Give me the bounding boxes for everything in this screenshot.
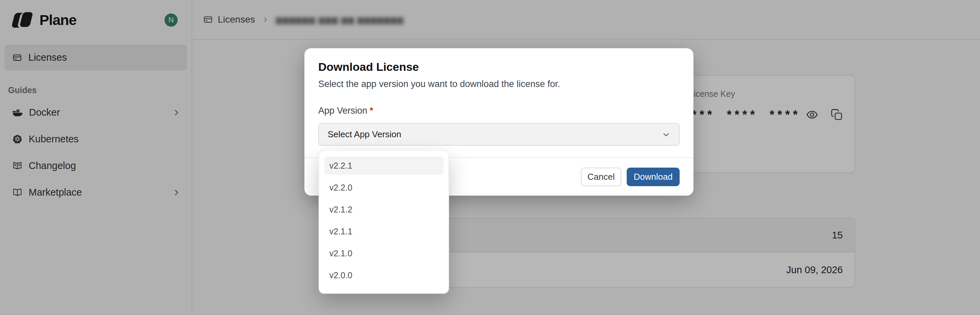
modal-title: Download License bbox=[318, 60, 419, 73]
version-option[interactable]: v2.1.1 bbox=[324, 222, 443, 240]
app-version-dropdown: v2.2.1 v2.2.0 v2.1.2 v2.1.1 v2.1.0 v2.0.… bbox=[318, 150, 449, 294]
app-root: { "brand": { "name": "Plane", "avatar_in… bbox=[0, 0, 980, 315]
chevron-down-icon bbox=[662, 130, 671, 139]
download-button[interactable]: Download bbox=[627, 168, 679, 186]
select-placeholder: Select App Version bbox=[328, 129, 401, 140]
required-asterisk: * bbox=[370, 105, 374, 116]
version-option[interactable]: v2.1.0 bbox=[324, 244, 443, 262]
version-option[interactable]: v2.2.1 bbox=[324, 156, 443, 175]
app-version-select[interactable]: Select App Version bbox=[318, 123, 679, 146]
app-version-label: App Version* bbox=[318, 105, 373, 116]
version-option[interactable]: v2.0.0 bbox=[324, 266, 443, 284]
cancel-button[interactable]: Cancel bbox=[581, 168, 621, 186]
modal-subtitle: Select the app version you want to downl… bbox=[318, 79, 560, 89]
version-option[interactable]: v2.1.2 bbox=[324, 200, 443, 218]
version-option[interactable]: v2.2.0 bbox=[324, 178, 443, 197]
